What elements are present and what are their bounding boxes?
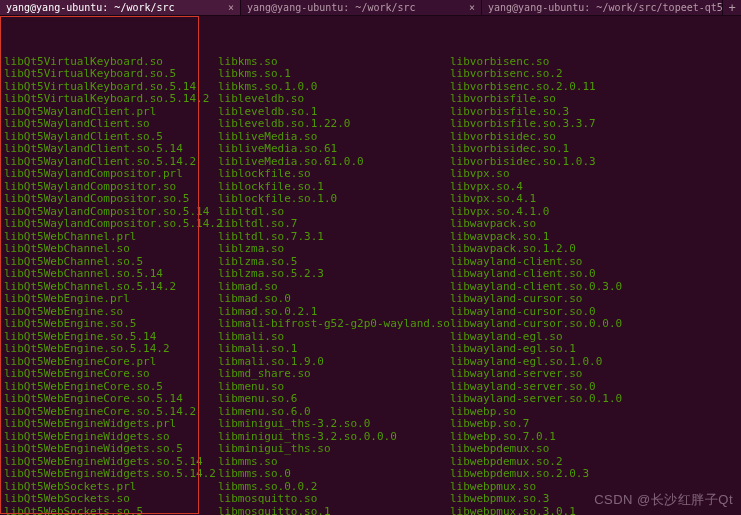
file-entry: libliveMedia.so.61 — [218, 143, 450, 156]
file-entry: libQt5WebChannel.so — [4, 243, 218, 256]
file-entry: libmali-bifrost-g52-g2p0-wayland.so — [218, 318, 450, 331]
file-entry: libvorbisfile.so.3.3.7 — [450, 118, 737, 131]
file-entry: libminigui_ths.so — [218, 443, 450, 456]
file-entry: liblzma.so — [218, 243, 450, 256]
tab-label: yang@yang-ubuntu: ~/work/src — [6, 2, 175, 13]
file-entry: libleveldb.so.1.22.0 — [218, 118, 450, 131]
file-entry: libQt5WebEngine.so.5 — [4, 318, 218, 331]
file-entry: libmd_share.so — [218, 368, 450, 381]
file-entry: libmali.so.1 — [218, 343, 450, 356]
file-entry: libmosquitto.so — [218, 493, 450, 506]
file-entry: libvpx.so — [450, 168, 737, 181]
tab-bar: yang@yang-ubuntu: ~/work/src × yang@yang… — [0, 0, 741, 16]
file-entry: libQt5WebEngineWidgets.so.5 — [4, 443, 218, 456]
tab-label: yang@yang-ubuntu: ~/work/src — [247, 2, 416, 13]
file-entry: libwayland-client.so.0 — [450, 268, 737, 281]
file-entry: libwebpmux.so.3.0.1 — [450, 506, 737, 516]
file-entry: libQt5WebEngineWidgets.so.5.14.2 — [4, 468, 218, 481]
file-entry: libQt5VirtualKeyboard.so.5.14.2 — [4, 93, 218, 106]
file-entry: libQt5WaylandCompositor.so.5 — [4, 193, 218, 206]
listing-column-2: libkms.solibkms.so.1libkms.so.1.0.0lible… — [218, 56, 450, 516]
file-entry: libkms.so.1 — [218, 68, 450, 81]
listing-column-3: libvorbisenc.solibvorbisenc.so.2libvorbi… — [450, 56, 737, 516]
file-entry: libleveldb.so — [218, 93, 450, 106]
file-entry: libvorbisfile.so — [450, 93, 737, 106]
file-entry: libQt5WaylandClient.so — [4, 118, 218, 131]
tab-label: yang@yang-ubuntu: ~/work/src/topeet-qt5.… — [488, 2, 723, 13]
file-entry: libQt5WebEngineCore.so.5.14 — [4, 393, 218, 406]
file-entry: libvorbisenc.so.2 — [450, 68, 737, 81]
file-entry: libwebpdemux.so — [450, 443, 737, 456]
terminal-tab-3[interactable]: yang@yang-ubuntu: ~/work/src/topeet-qt5.… — [482, 0, 723, 15]
close-icon[interactable]: × — [228, 2, 234, 13]
file-entry: libQt5WebChannel.so.5.14 — [4, 268, 218, 281]
file-entry: libQt5WebEngine.prl — [4, 293, 218, 306]
file-entry: libmms.so.0 — [218, 468, 450, 481]
file-entry: libmenu.so.6 — [218, 393, 450, 406]
file-entry: libQt5WebEngineWidgets.prl — [4, 418, 218, 431]
file-entry: libwebpdemux.so.2.0.3 — [450, 468, 737, 481]
file-entry: libQt5WebSockets.so.5 — [4, 506, 218, 516]
terminal-tab-2[interactable]: yang@yang-ubuntu: ~/work/src × — [241, 0, 482, 15]
file-entry: liblockfile.so — [218, 168, 450, 181]
file-entry: libwavpack.so.1.2.0 — [450, 243, 737, 256]
file-entry: libvorbisidec.so.1 — [450, 143, 737, 156]
terminal-output[interactable]: libQt5VirtualKeyboard.solibQt5VirtualKey… — [0, 16, 741, 515]
file-entry: libmad.so.0 — [218, 293, 450, 306]
file-entry: libQt5WaylandCompositor.so.5.14.2 — [4, 218, 218, 231]
file-entry: libwebp.so.7 — [450, 418, 737, 431]
file-entry: libQt5WebEngine.so.5.14.2 — [4, 343, 218, 356]
file-entry: libwayland-cursor.so — [450, 293, 737, 306]
file-entry: libltdl.so.7 — [218, 218, 450, 231]
file-entry: libwebpmux.so.3 — [450, 493, 737, 506]
file-entry: libwayland-server.so.0.1.0 — [450, 393, 737, 406]
file-entry: libwayland-server.so — [450, 368, 737, 381]
close-icon[interactable]: × — [469, 2, 475, 13]
file-entry: liblzma.so.5.2.3 — [218, 268, 450, 281]
file-entry: liblockfile.so.1.0 — [218, 193, 450, 206]
file-entry: libvpx.so.4.1 — [450, 193, 737, 206]
terminal-tab-1[interactable]: yang@yang-ubuntu: ~/work/src × — [0, 0, 241, 15]
file-entry: libQt5WebEngineCore.so — [4, 368, 218, 381]
file-entry: libQt5WebSockets.so — [4, 493, 218, 506]
file-entry: libwayland-egl.so.1 — [450, 343, 737, 356]
file-entry: libminigui_ths-3.2.so.0 — [218, 418, 450, 431]
file-entry: libmosquitto.so.1 — [218, 506, 450, 516]
file-entry: libQt5WaylandCompositor.prl — [4, 168, 218, 181]
add-tab-button[interactable]: + — [723, 1, 741, 15]
file-entry: libQt5VirtualKeyboard.so.5 — [4, 68, 218, 81]
file-entry: libQt5WaylandClient.so.5.14 — [4, 143, 218, 156]
file-entry: libwayland-cursor.so.0.0.0 — [450, 318, 737, 331]
listing-column-1: libQt5VirtualKeyboard.solibQt5VirtualKey… — [4, 56, 218, 516]
file-entry: libwavpack.so — [450, 218, 737, 231]
